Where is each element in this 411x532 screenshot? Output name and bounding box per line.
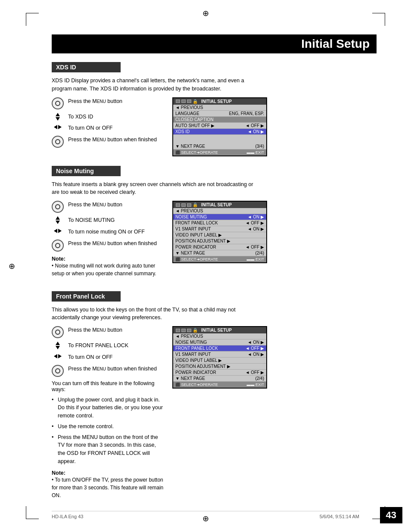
fpl-bullet-list: Unplug the power cord, and plug it back … <box>52 396 164 466</box>
fpl-step2a: To FRONT PANEL LOCK <box>52 342 164 350</box>
fpl-note: Note: • To turn ON/OFF the TV, press the… <box>52 470 164 499</box>
xds-id-step2b: To turn ON or OFF <box>52 124 164 132</box>
arrow-left <box>54 125 57 129</box>
crosshair-left: ⊕ <box>9 261 15 271</box>
front-panel-lock-section: Front Panel Lock This allows you to lock… <box>52 291 377 504</box>
fpl-step3: Press the MENU button when finished <box>52 365 164 377</box>
front-panel-lock-heading: Front Panel Lock <box>52 291 121 302</box>
osd-footer-noise: ⬛ SELECT➜OPERATE ▬▬ EXIT <box>173 256 266 262</box>
arrows-lr-noise <box>52 229 64 233</box>
osd-row-previous: ◄ PREVIOUS <box>173 105 266 111</box>
arrow-up-down-icon <box>52 113 64 121</box>
osd-icon-3 <box>187 100 191 103</box>
osd-header-icons: 🔒 <box>176 99 198 104</box>
fpl-bullet-2: Use the remote control. <box>52 423 164 431</box>
xds-id-osd-menu: 🔒 INITIAL SETUP ◄ PREVIOUS LANGUAGE ENG,… <box>172 97 267 156</box>
osd-icon-n3 <box>187 203 191 207</box>
osd-row-language: LANGUAGE ENG, FRAN, ESP. <box>173 111 266 117</box>
fpl-instructions: Press the MENU button To FRONT PANEL LOC… <box>52 326 164 504</box>
osd-footer-fpl: ⬛ SELECT➜OPERATE ▬▬ EXIT <box>173 382 266 388</box>
osd-lock-icon-noise: 🔒 <box>193 202 198 207</box>
osd-row-xds-id: XDS ID ◄ ON ▶ <box>173 129 266 135</box>
noise-muting-desc: This feature inserts a blank grey screen… <box>52 180 258 197</box>
noise-muting-instructions: Press the MENU button To NOISE MUTING To… <box>52 201 164 282</box>
arrow-left-fpl <box>54 354 57 358</box>
osd-lock-icon: 🔒 <box>193 99 198 104</box>
menu-button-icon <box>52 97 64 109</box>
arrow-up <box>56 113 60 116</box>
arrow-left-noise <box>54 229 57 233</box>
osd-f-pi: POWER INDICATOR ◄ OFF ▶ <box>173 370 266 376</box>
arrow-down-fpl <box>56 346 60 349</box>
osd-n-v1: V1 SMART INPUT ◄ ON ▶ <box>173 226 266 232</box>
xds-id-section: XDS ID XDS ID Display provides a channel… <box>52 62 377 156</box>
xds-id-step2: To XDS ID <box>52 113 164 121</box>
noise-muting-content: Press the MENU button To NOISE MUTING To… <box>52 201 377 282</box>
osd-icon-f2 <box>181 329 186 332</box>
noise-step1: Press the MENU button <box>52 201 164 213</box>
fpl-step2b: To turn ON or OFF <box>52 353 164 361</box>
osd-n-next: ▼ NEXT PAGE (2/4) <box>173 250 266 256</box>
noise-osd-menu: 🔒 INITIAL SETUP ◄ PREVIOUS NOISE MUTING … <box>172 201 267 263</box>
osd-n-prev: ◄ PREVIOUS <box>173 208 266 214</box>
noise-note: Note: • Noise muting will not work durin… <box>52 256 164 277</box>
osd-icon-n2 <box>181 203 186 207</box>
noise-muting-section: Noise Muting This feature inserts a blan… <box>52 166 377 282</box>
fpl-extra-text: You can turn off this feature in the fol… <box>52 380 164 392</box>
page-footer: HD-ILA Eng 43 5/6/04, 9:51:14 AM <box>52 511 359 519</box>
fpl-bullet-3: Press the MENU button on the front of th… <box>52 433 164 466</box>
footer-left: HD-ILA Eng 43 <box>52 514 83 519</box>
osd-header: 🔒 INITIAL SETUP <box>173 98 266 105</box>
osd-f-prev: ◄ PREVIOUS <box>173 333 266 339</box>
xds-id-step1-text: Press the MENU button <box>68 97 122 106</box>
arrow-down <box>56 117 60 121</box>
osd-n-vil: VIDEO INPUT LABEL ▶ <box>173 232 266 238</box>
osd-f-pos: POSITION ADJUSTMENT ▶ <box>173 364 266 370</box>
arrow-down-noise <box>56 221 60 224</box>
menu-btn-fpl-2 <box>52 365 64 377</box>
menu-btn-noise-1 <box>52 201 64 213</box>
osd-header-title: INITIAL SETUP <box>201 99 232 104</box>
page-title: Initial Setup <box>52 34 377 53</box>
xds-id-step3-text: Press the MENU button when finished <box>68 136 157 144</box>
osd-row-next-page: ▼ NEXT PAGE (3/4) <box>173 143 266 149</box>
menu-btn-fpl-1 <box>52 326 64 338</box>
front-panel-lock-content: Press the MENU button To FRONT PANEL LOC… <box>52 326 377 504</box>
corner-mark-bl <box>26 506 39 519</box>
osd-n-noise: NOISE MUTING ◄ ON ▶ <box>173 214 266 220</box>
osd-f-next: ▼ NEXT PAGE (2/4) <box>173 376 266 382</box>
xds-id-instructions: Press the MENU button To XDS ID <box>52 97 164 152</box>
osd-icon-1 <box>176 100 180 103</box>
arrow-right-noise <box>58 229 62 233</box>
front-panel-lock-desc: This allows you to lock the keys on the … <box>52 306 258 322</box>
noise-step2b: To turn noise muting ON or OFF <box>52 228 164 236</box>
noise-step3: Press the MENU button when finished <box>52 240 164 252</box>
arrows-ud-noise <box>52 216 64 224</box>
arrows-lr-fpl <box>52 354 64 358</box>
osd-f-vil: VIDEO INPUT LABEL ▶ <box>173 358 266 364</box>
corner-mark-tr <box>372 13 385 26</box>
fpl-step1: Press the MENU button <box>52 326 164 338</box>
noise-muting-heading: Noise Muting <box>52 166 121 176</box>
arrow-right <box>58 125 62 129</box>
footer-right: 5/6/04, 9:51:14 AM <box>320 514 359 519</box>
page-container: Initial Setup XDS ID XDS ID Display prov… <box>52 34 377 498</box>
osd-footer: ⬛ SELECT➜OPERATE ▬▬ EXIT <box>173 149 266 156</box>
osd-n-pi: POWER INDICATOR ◄ OFF ▶ <box>173 244 266 250</box>
page-number-badge: 43 <box>380 507 402 523</box>
osd-n-pos: POSITION ADJUSTMENT ▶ <box>173 238 266 244</box>
arrow-up-noise <box>56 216 60 220</box>
osd-row-closed-caption: CLOSED CAPTION <box>173 117 266 123</box>
osd-icon-f3 <box>187 329 191 332</box>
fpl-bullet-1: Unplug the power cord, and plug it back … <box>52 396 164 420</box>
xds-id-step2-text: To XDS ID <box>68 113 93 121</box>
arrow-lr-icon <box>52 125 64 129</box>
xds-id-heading: XDS ID <box>52 62 121 72</box>
noise-step2a: To NOISE MUTING <box>52 216 164 224</box>
osd-f-fpl: FRONT PANEL LOCK ◄ OFF ▶ <box>173 345 266 352</box>
osd-header-icons-noise: 🔒 <box>176 202 198 207</box>
menu-button-icon-2 <box>52 136 64 148</box>
arrow-right-fpl <box>58 354 62 358</box>
xds-id-step3: Press the MENU button when finished <box>52 136 164 148</box>
osd-icon-n1 <box>176 203 180 207</box>
